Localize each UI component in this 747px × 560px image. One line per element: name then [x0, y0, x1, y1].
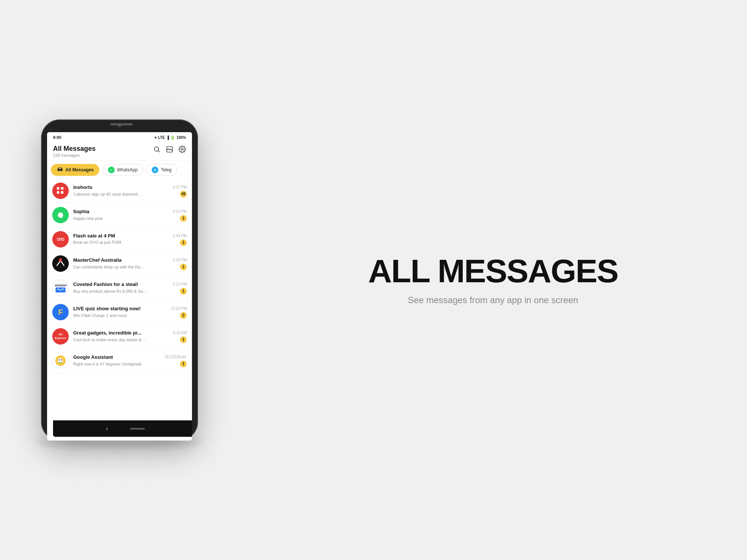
message-preview: 'Labourer digs up 42 carat diamond ... [73, 192, 142, 196]
phone-section: 9:00 ▾ LTE ▐ 🔋 100% All Messages 128 mes… [0, 0, 239, 560]
list-item[interactable]: OYO Flash sale at 4 PM 3:44 PM Book an O… [47, 227, 192, 252]
message-badge: 1 [180, 336, 187, 343]
header-title-section: All Messages 128 messages [53, 145, 96, 158]
promo-section: ALL MESSAGES See messages from any app i… [239, 0, 747, 560]
filter-tabs: 🕶 All Messages ✓ WhatsApp ✈ Teleg [47, 161, 192, 179]
tab-whatsapp[interactable]: ✓ WhatsApp [102, 164, 143, 176]
message-badge: 1 [180, 361, 187, 367]
message-time: 4:37 PM [173, 185, 187, 189]
svg-point-3 [182, 149, 183, 150]
message-preview: Right now it is 47 degrees Centigrade [73, 362, 142, 366]
svg-rect-7 [61, 191, 63, 194]
phone-speaker [110, 123, 133, 125]
status-bar: 9:00 ▾ LTE ▐ 🔋 100% [47, 132, 192, 143]
battery-label: 100% [176, 136, 186, 140]
promo-subtitle: See messages from any app in one screen [408, 295, 578, 305]
nav-home-indicator[interactable] [130, 428, 145, 430]
search-icon[interactable] [153, 146, 161, 153]
message-time: 12:26 PM [171, 307, 187, 311]
avatar [52, 352, 69, 369]
svg-point-10 [59, 258, 62, 261]
message-content: inshorts 4:37 PM 'Labourer digs up 42 ca… [73, 184, 187, 197]
tab-telegram-label: Teleg [161, 167, 171, 172]
sender-name: Flash sale at 4 PM [73, 233, 115, 239]
sender-name: Coveted Fashion for a steal! [73, 281, 138, 287]
sender-name: LIVE quiz show starting now! [73, 306, 141, 311]
message-content: LIVE quiz show starting now! 12:26 PM Wi… [73, 306, 187, 319]
svg-line-1 [158, 150, 159, 152]
signal-bars-icon: ▐ [166, 136, 169, 140]
message-time: 3:28 PM [173, 258, 187, 262]
sender-name: Google Assistant [73, 354, 113, 360]
nav-back-icon[interactable]: ‹ [106, 426, 108, 432]
list-item[interactable]: amazon Coveted Fashion for a steal! 3:15… [47, 276, 192, 300]
sender-name: inshorts [73, 184, 92, 190]
message-badge: 1 [180, 239, 187, 246]
svg-text:amazon: amazon [55, 283, 67, 287]
phone-frame: 9:00 ▾ LTE ▐ 🔋 100% All Messages 128 mes… [41, 119, 198, 441]
list-item[interactable]: inshorts 4:37 PM 'Labourer digs up 42 ca… [47, 179, 192, 203]
sender-name: MasterChef Australia [73, 257, 122, 263]
message-count: 128 messages [53, 153, 96, 158]
message-preview: Can contestants keep up with the Ra... [73, 265, 144, 269]
phone-bottom-nav: ‹ [53, 420, 192, 437]
message-time: YESTERDAY [164, 355, 187, 359]
avatar [52, 207, 69, 223]
signal-icon: ▾ [155, 136, 156, 140]
battery-icon: 🔋 [170, 136, 175, 140]
phone-screen: 9:00 ▾ LTE ▐ 🔋 100% All Messages 128 mes… [47, 132, 192, 441]
avatar [52, 255, 69, 272]
image-view-icon[interactable] [166, 146, 173, 153]
svg-point-0 [154, 147, 159, 151]
message-time: 3:44 PM [173, 234, 187, 238]
settings-icon[interactable] [179, 146, 186, 153]
avatar [52, 183, 69, 199]
message-time: 9:10 AM [173, 331, 187, 335]
message-preview: Book an OYO at just ₹399 [73, 240, 121, 245]
message-preview: Cool tech to make every day easier & ... [73, 337, 146, 342]
message-content: Great gadgets, incredible pr... 9:10 AM … [73, 330, 187, 343]
status-right: ▾ LTE ▐ 🔋 100% [155, 136, 186, 140]
message-time: 4:20 PM [173, 209, 187, 214]
message-time: 3:15 PM [173, 282, 187, 286]
list-item[interactable]: F LIVE quiz show starting now! 12:26 PM … [47, 300, 192, 324]
list-item[interactable]: Google Assistant YESTERDAY Right now it … [47, 349, 192, 373]
list-item[interactable]: Sophia 4:20 PM Happy new year 1 [47, 203, 192, 227]
tab-all-messages[interactable]: 🕶 All Messages [51, 164, 99, 176]
avatar: OYO [52, 231, 69, 248]
message-content: Coveted Fashion for a steal! 3:15 PM Buy… [73, 281, 187, 295]
message-preview: Win Fitbit Charge 2 and more. [73, 313, 128, 318]
message-list: inshorts 4:37 PM 'Labourer digs up 42 ca… [47, 179, 192, 420]
signal-label: LTE [158, 136, 165, 140]
message-badge: 1 [180, 288, 187, 295]
phone-top-bar [41, 119, 198, 130]
list-item[interactable]: MasterChef Australia 3:28 PM Can contest… [47, 252, 192, 276]
message-preview: Happy new year [73, 216, 103, 221]
svg-point-9 [52, 255, 69, 272]
message-badge: 1 [180, 215, 187, 222]
message-badge: 49 [180, 191, 187, 197]
svg-rect-4 [57, 187, 59, 190]
message-content: Flash sale at 4 PM 3:44 PM Book an OYO a… [73, 233, 187, 246]
status-time: 9:00 [53, 135, 61, 140]
sender-name: Sophia [73, 209, 89, 214]
message-badge: 2 [180, 312, 187, 319]
page-title: All Messages [53, 145, 96, 153]
message-content: MasterChef Australia 3:28 PM Can contest… [73, 257, 187, 270]
sender-name: Great gadgets, incredible pr... [73, 330, 142, 336]
message-preview: Buy any product above Rs.6,000 & Sav... [73, 289, 148, 293]
promo-title: ALL MESSAGES [368, 255, 618, 287]
svg-point-15 [59, 359, 60, 361]
tab-telegram[interactable]: ✈ Teleg [146, 164, 177, 176]
tab-all-label: All Messages [65, 167, 94, 172]
avatar: F [52, 304, 69, 320]
message-content: Sophia 4:20 PM Happy new year 1 [73, 209, 187, 222]
avatar: AliExpress [52, 328, 69, 345]
telegram-icon: ✈ [152, 167, 158, 173]
whatsapp-icon: ✓ [108, 167, 115, 173]
svg-rect-5 [57, 191, 59, 194]
list-item[interactable]: AliExpress Great gadgets, incredible pr.… [47, 324, 192, 349]
message-badge: 1 [180, 264, 187, 270]
svg-point-16 [61, 359, 62, 361]
tab-whatsapp-label: WhatsApp [117, 167, 137, 172]
